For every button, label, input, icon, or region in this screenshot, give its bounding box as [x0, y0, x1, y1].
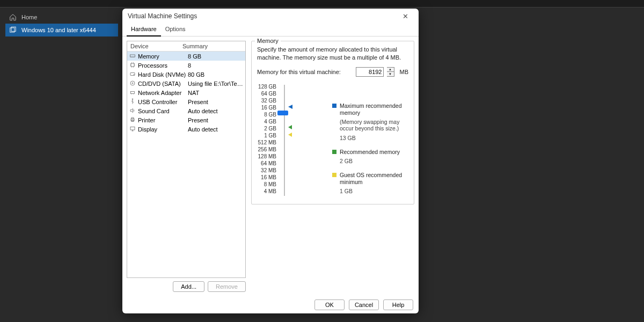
- device-row-processors[interactable]: Processors 8: [127, 61, 245, 70]
- home-icon: [9, 13, 17, 21]
- svg-rect-3: [131, 63, 134, 67]
- slider-thumb[interactable]: [277, 111, 288, 115]
- device-row-cddvd[interactable]: CD/DVD (SATA) Using file E:\Tor\Test OS\…: [127, 79, 245, 88]
- sidebar-item-home[interactable]: Home: [5, 11, 118, 24]
- vm-settings-dialog: Virtual Machine Settings ✕ Hardware Opti…: [122, 9, 419, 313]
- device-list: Device Summary Memory 8 GB Processors 8: [127, 41, 246, 278]
- dialog-title: Virtual Machine Settings: [128, 12, 197, 20]
- chevron-down-icon[interactable]: ▼: [387, 72, 394, 76]
- device-row-sound[interactable]: Sound Card Auto detect: [127, 106, 245, 115]
- tab-options[interactable]: Options: [161, 24, 190, 36]
- green-swatch-icon: [332, 150, 336, 154]
- svg-rect-11: [131, 118, 134, 119]
- memory-legend: Maximum recommended memory (Memory swapp…: [292, 83, 408, 198]
- rec-marker-icon: [288, 125, 292, 129]
- remove-device-button[interactable]: Remove: [208, 281, 246, 292]
- display-icon: [129, 126, 137, 133]
- svg-point-5: [134, 74, 134, 75]
- disc-icon: [129, 80, 137, 87]
- add-device-button[interactable]: Add...: [173, 281, 204, 292]
- svg-rect-0: [10, 28, 14, 32]
- cancel-button[interactable]: Cancel: [349, 299, 379, 310]
- memory-spinner[interactable]: ▲▼: [387, 67, 394, 77]
- fieldset-title: Memory: [255, 38, 281, 44]
- col-device: Device: [127, 41, 179, 51]
- device-row-usb[interactable]: USB Controller Present: [127, 97, 245, 106]
- memory-scale-labels: 128 GB64 GB32 GB16 GB8 GB4 GB2 GB1 GB512…: [257, 83, 276, 198]
- tabs: Hardware Options: [122, 24, 419, 36]
- memory-unit: MB: [400, 69, 409, 75]
- memory-fieldset: Memory Specify the amount of memory allo…: [251, 41, 414, 204]
- memory-slider[interactable]: [281, 83, 288, 198]
- svg-rect-1: [11, 27, 16, 31]
- usb-icon: [129, 98, 137, 106]
- svg-rect-13: [130, 127, 135, 130]
- ok-button[interactable]: OK: [314, 299, 345, 310]
- help-button[interactable]: Help: [383, 299, 413, 310]
- device-row-display[interactable]: Display Auto detect: [127, 125, 245, 134]
- sidebar: Home Windows 10 and later x6444: [5, 11, 118, 311]
- device-row-hdd[interactable]: Hard Disk (NVMe) 80 GB: [127, 70, 245, 79]
- col-summary: Summary: [179, 41, 211, 51]
- tab-hardware[interactable]: Hardware: [127, 24, 161, 36]
- vm-icon: [9, 26, 17, 34]
- blue-swatch-icon: [332, 104, 336, 108]
- device-row-network[interactable]: Network Adapter NAT: [127, 88, 245, 97]
- svg-rect-8: [131, 91, 135, 93]
- close-icon[interactable]: ✕: [397, 12, 413, 20]
- memory-icon: [129, 53, 137, 60]
- min-marker-icon: [288, 133, 292, 137]
- chevron-up-icon[interactable]: ▲: [387, 68, 394, 72]
- max-marker-icon: [288, 105, 292, 109]
- printer-icon: [129, 116, 137, 124]
- network-icon: [129, 89, 137, 97]
- yellow-swatch-icon: [332, 173, 336, 177]
- cpu-icon: [129, 62, 137, 69]
- memory-input-label: Memory for this virtual machine:: [257, 69, 341, 75]
- app-toolbar: [0, 0, 644, 8]
- device-row-printer[interactable]: Printer Present: [127, 115, 245, 125]
- memory-input[interactable]: [356, 67, 384, 77]
- svg-point-6: [130, 81, 135, 85]
- sidebar-item-label: Home: [21, 14, 37, 20]
- sidebar-item-label: Windows 10 and later x6444: [21, 27, 96, 33]
- svg-rect-2: [130, 55, 135, 57]
- device-row-memory[interactable]: Memory 8 GB: [127, 52, 245, 61]
- sidebar-item-vm[interactable]: Windows 10 and later x6444: [5, 24, 118, 36]
- hdd-icon: [129, 71, 137, 78]
- memory-desc: Specify the amount of memory allocated t…: [257, 46, 408, 62]
- speaker-icon: [129, 107, 137, 115]
- svg-point-7: [132, 83, 133, 84]
